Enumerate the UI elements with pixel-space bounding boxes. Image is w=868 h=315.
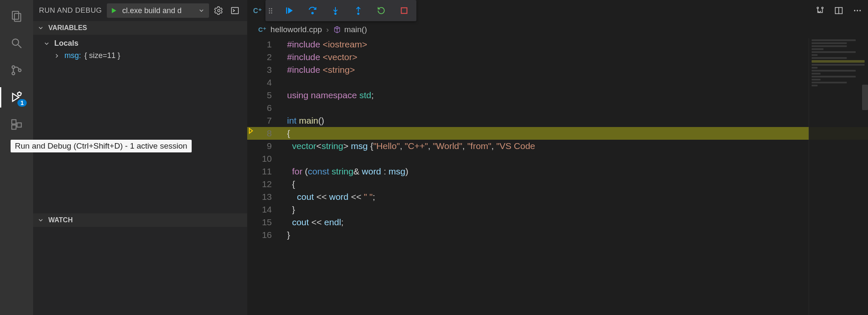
locals-scope[interactable]: Locals: [33, 37, 247, 50]
code-text: #include <iostream>: [283, 38, 868, 51]
vertical-scrollbar[interactable]: [862, 85, 868, 110]
chevron-right-icon: ›: [326, 25, 329, 34]
run-and-debug-panel: RUN AND DEBUG cl.exe build and d VARIABL…: [33, 0, 247, 315]
code-text: cout << word << " ";: [283, 191, 868, 203]
minimap[interactable]: [809, 38, 868, 315]
code-text: #include <string>: [283, 64, 868, 76]
line-number: 12: [247, 178, 283, 191]
more-actions-icon[interactable]: [853, 6, 862, 15]
code-line[interactable]: 9 vector<string> msg {"Hello", "C++", "W…: [247, 140, 868, 152]
code-text: }: [283, 229, 868, 241]
variable-row-msg[interactable]: msg: { size=11 }: [33, 50, 247, 62]
stop-icon[interactable]: [399, 5, 410, 16]
line-number: 4: [247, 76, 283, 89]
variables-body: Locals msg: { size=11 }: [33, 35, 247, 129]
code-line[interactable]: 3#include <string>: [247, 64, 868, 76]
drag-handle-icon[interactable]: [269, 8, 272, 14]
code-line[interactable]: 10: [247, 152, 868, 165]
code-editor[interactable]: 1#include <iostream>2#include <vector>3#…: [247, 38, 868, 241]
svg-point-24: [357, 13, 359, 14]
watch-section-header[interactable]: WATCH: [33, 213, 247, 227]
svg-line-11: [21, 93, 22, 93]
svg-point-20: [312, 12, 313, 14]
svg-line-10: [17, 93, 18, 93]
panel-header: RUN AND DEBUG cl.exe build and d: [33, 0, 247, 21]
svg-point-16: [218, 9, 220, 12]
variable-name: msg:: [64, 51, 81, 60]
code-line[interactable]: 8{: [247, 127, 868, 140]
debug-session-badge: 1: [17, 99, 27, 107]
breadcrumb-symbol[interactable]: main(): [333, 25, 367, 34]
svg-rect-13: [12, 125, 16, 129]
line-number: 2: [247, 51, 283, 64]
code-line[interactable]: 1#include <iostream>: [247, 38, 868, 51]
code-line[interactable]: 14 }: [247, 203, 868, 216]
code-line[interactable]: 13 cout << word << " ";: [247, 191, 868, 203]
launch-config-name: cl.exe build and d: [122, 6, 181, 15]
line-number: 5: [247, 89, 283, 102]
code-line[interactable]: 12 {: [247, 178, 868, 191]
code-line[interactable]: 15 cout << endl;: [247, 216, 868, 229]
split-editor-icon[interactable]: [834, 6, 843, 15]
editor-area: C⁺ C⁺ helloworld.cpp › main() 1#include …: [247, 0, 868, 315]
chevron-down-icon: [42, 39, 51, 48]
code-line[interactable]: 4: [247, 76, 868, 89]
launch-config-selector[interactable]: cl.exe build and d: [107, 3, 209, 18]
svg-point-31: [857, 10, 858, 11]
code-line[interactable]: 16}: [247, 229, 868, 241]
debug-console-icon[interactable]: [229, 4, 241, 17]
start-debug-icon[interactable]: [110, 7, 118, 14]
svg-point-6: [18, 69, 21, 72]
activity-tooltip: Run and Debug (Ctrl+Shift+D) - 1 active …: [11, 140, 192, 152]
code-line[interactable]: 5using namespace std;: [247, 89, 868, 102]
svg-point-4: [12, 66, 14, 68]
compare-changes-icon[interactable]: [815, 6, 825, 15]
line-number: 7: [247, 114, 283, 127]
svg-point-27: [822, 7, 823, 9]
svg-rect-0: [12, 11, 19, 19]
step-into-icon[interactable]: [330, 5, 341, 16]
continue-icon[interactable]: [284, 5, 295, 16]
search-icon[interactable]: [9, 36, 24, 51]
line-number: 10: [247, 152, 283, 165]
current-line-indicator-icon: [248, 127, 256, 135]
code-text: {: [283, 127, 868, 140]
breadcrumb-file[interactable]: helloworld.cpp: [271, 25, 322, 34]
code-text: for (const string& word : msg): [283, 165, 868, 178]
extensions-icon[interactable]: [9, 117, 24, 132]
line-number: 16: [247, 229, 283, 241]
chevron-down-icon[interactable]: [197, 6, 206, 15]
code-text: #include <vector>: [283, 51, 868, 64]
breadcrumbs[interactable]: C⁺ helloworld.cpp › main(): [247, 21, 868, 38]
svg-point-30: [854, 10, 855, 11]
step-over-icon[interactable]: [307, 5, 318, 16]
line-number: 1: [247, 38, 283, 51]
svg-point-22: [335, 13, 336, 14]
line-number: 6: [247, 102, 283, 114]
svg-point-5: [12, 72, 14, 75]
svg-rect-18: [286, 8, 287, 14]
line-number: 9: [247, 140, 283, 152]
line-number: 13: [247, 191, 283, 203]
code-text: cout << endl;: [283, 216, 868, 229]
code-line[interactable]: 7int main(): [247, 114, 868, 127]
svg-rect-14: [17, 123, 21, 127]
variables-section-header[interactable]: VARIABLES: [33, 21, 247, 35]
restart-icon[interactable]: [376, 5, 387, 16]
code-text: using namespace std;: [283, 89, 868, 102]
svg-rect-12: [12, 120, 16, 124]
run-and-debug-icon[interactable]: 1: [9, 90, 24, 105]
activity-bar: 1: [0, 0, 33, 315]
gear-icon[interactable]: [212, 4, 225, 17]
code-line[interactable]: 6: [247, 102, 868, 114]
step-out-icon[interactable]: [353, 5, 364, 16]
code-line[interactable]: 11 for (const string& word : msg): [247, 165, 868, 178]
code-line[interactable]: 2#include <vector>: [247, 51, 868, 64]
debug-toolbar[interactable]: [265, 0, 416, 21]
cpp-file-icon: C⁺: [258, 26, 266, 33]
source-control-icon[interactable]: [9, 63, 24, 78]
chevron-down-icon: [36, 24, 45, 32]
line-number: 3: [247, 64, 283, 76]
explorer-icon[interactable]: [9, 8, 24, 24]
panel-title: RUN AND DEBUG: [39, 6, 102, 15]
